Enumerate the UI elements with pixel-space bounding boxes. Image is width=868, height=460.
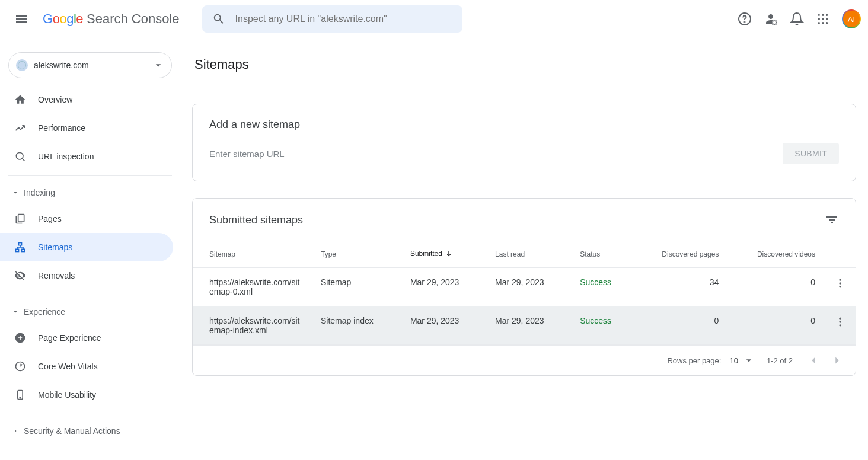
cell-videos: 0 (728, 268, 825, 306)
bell-icon (790, 12, 804, 26)
notifications-button[interactable] (785, 7, 809, 31)
nav-page-experience[interactable]: Page Experience (0, 324, 173, 352)
svg-point-5 (826, 14, 828, 16)
svg-point-2 (773, 21, 776, 24)
main-content: Sitemaps Add a new sitemap SUBMIT Submit… (180, 38, 868, 460)
svg-point-12 (16, 152, 23, 159)
nav-sitemaps[interactable]: Sitemaps (0, 233, 173, 261)
svg-point-23 (839, 286, 841, 288)
submitted-sitemaps-title: Submitted sitemaps (209, 214, 303, 226)
svg-point-7 (822, 18, 824, 20)
nav-performance[interactable]: Performance (0, 114, 173, 142)
prev-page-button[interactable] (805, 352, 822, 369)
section-label: Indexing (24, 188, 55, 197)
col-videos[interactable]: Discovered videos (728, 241, 825, 268)
sitemaps-table: Sitemap Type Submitted Last read Status … (193, 241, 856, 345)
next-page-button[interactable] (828, 352, 846, 369)
table-row[interactable]: https://alekswrite.com/sitemap-index.xml… (193, 306, 856, 345)
cell-status: Success (570, 268, 633, 306)
svg-rect-16 (22, 249, 25, 251)
nav-label: URL inspection (38, 152, 94, 161)
property-selector[interactable]: alekswrite.com (8, 52, 172, 78)
section-indexing[interactable]: Indexing (0, 181, 180, 205)
cell-pages: 0 (633, 306, 728, 345)
add-sitemap-card: Add a new sitemap SUBMIT (192, 104, 856, 181)
table-row[interactable]: https://alekswrite.com/sitemap-0.xml Sit… (193, 268, 856, 306)
svg-point-21 (839, 279, 841, 281)
apps-button[interactable] (811, 7, 835, 31)
col-lastread[interactable]: Last read (486, 241, 570, 268)
sitemap-icon (14, 241, 26, 253)
svg-rect-14 (19, 243, 22, 245)
col-status[interactable]: Status (570, 241, 633, 268)
svg-point-25 (839, 321, 841, 322)
help-icon (738, 12, 752, 26)
caret-down-icon (12, 189, 19, 196)
svg-point-10 (822, 22, 824, 24)
nav-label: Pages (38, 214, 62, 223)
cell-lastread: Mar 29, 2023 (486, 306, 570, 345)
filter-button[interactable] (820, 208, 844, 232)
menu-icon (14, 12, 28, 26)
phone-icon (14, 389, 26, 401)
table-footer: Rows per page: 10 1-2 of 2 (193, 345, 856, 375)
col-type[interactable]: Type (311, 241, 401, 268)
sitemap-url-input[interactable] (209, 144, 771, 164)
cell-videos: 0 (728, 306, 825, 345)
cell-sitemap: https://alekswrite.com/sitemap-index.xml (193, 306, 311, 345)
svg-point-9 (818, 22, 820, 24)
rows-per-page-label: Rows per page: (667, 356, 721, 365)
section-experience[interactable]: Experience (0, 300, 180, 324)
nav-label: Removals (38, 271, 75, 280)
sort-down-icon (444, 250, 454, 259)
search-icon (14, 151, 26, 162)
search-input[interactable] (231, 14, 458, 24)
nav-mobile-usability[interactable]: Mobile Usability (0, 381, 173, 409)
row-actions-button[interactable] (834, 277, 846, 289)
person-settings-icon (764, 12, 778, 26)
nav-pages[interactable]: Pages (0, 205, 173, 233)
nav-url-inspection[interactable]: URL inspection (0, 142, 173, 171)
caret-down-icon (12, 308, 19, 315)
nav-label: Performance (38, 123, 85, 133)
nav-core-web-vitals[interactable]: Core Web Vitals (0, 352, 173, 381)
filter-icon (825, 213, 839, 227)
nav-removals[interactable]: Removals (0, 261, 173, 290)
section-label: Security & Manual Actions (24, 426, 120, 436)
hamburger-menu-button[interactable] (7, 5, 36, 33)
svg-point-20 (20, 397, 21, 398)
apps-grid-icon (817, 13, 829, 25)
col-sitemap[interactable]: Sitemap (193, 241, 311, 268)
svg-point-22 (839, 282, 841, 284)
dropdown-icon (743, 354, 755, 366)
section-label: Experience (24, 307, 65, 317)
chevron-right-icon (831, 354, 844, 367)
submit-button[interactable]: SUBMIT (783, 143, 839, 164)
help-button[interactable] (733, 7, 757, 31)
account-avatar[interactable]: AI (842, 9, 861, 28)
nav-label: Sitemaps (38, 242, 72, 252)
svg-rect-15 (16, 249, 19, 251)
col-pages[interactable]: Discovered pages (633, 241, 728, 268)
svg-point-4 (822, 14, 824, 16)
cell-sitemap: https://alekswrite.com/sitemap-0.xml (193, 268, 311, 306)
search-bar[interactable] (202, 5, 463, 33)
section-security[interactable]: Security & Manual Actions (0, 419, 180, 443)
sidebar: alekswrite.com Overview Performance URL … (0, 38, 180, 460)
rows-per-page-select[interactable]: 10 (729, 354, 754, 366)
row-actions-button[interactable] (834, 316, 846, 328)
search-icon (207, 7, 231, 31)
users-button[interactable] (759, 7, 783, 31)
more-vert-icon (834, 316, 846, 328)
nav-overview[interactable]: Overview (0, 85, 173, 114)
trend-icon (14, 122, 26, 134)
speed-icon (14, 360, 26, 372)
col-submitted[interactable]: Submitted (401, 241, 486, 268)
svg-rect-13 (18, 215, 24, 222)
svg-point-3 (818, 14, 820, 16)
product-name: Search Console (87, 11, 180, 27)
logo[interactable]: Google Search Console (43, 11, 180, 27)
pages-icon (14, 213, 26, 225)
cell-submitted: Mar 29, 2023 (401, 306, 486, 345)
nav-label: Mobile Usability (38, 390, 96, 400)
